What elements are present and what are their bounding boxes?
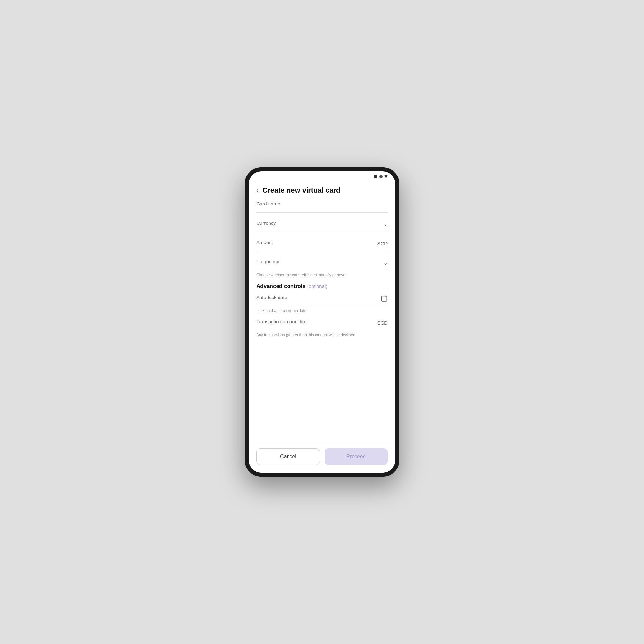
- amount-row[interactable]: Amount SGD: [256, 240, 388, 251]
- frequency-hint: Choose whether the card refreshes monthl…: [256, 272, 388, 278]
- currency-row[interactable]: Currency ⌄: [256, 220, 388, 232]
- currency-label: Currency: [256, 220, 276, 226]
- advanced-controls-optional: (optional): [307, 283, 327, 289]
- frequency-chevron-icon: ⌄: [384, 260, 388, 266]
- auto-lock-field: Auto-lock date Lock card after a certain…: [256, 295, 388, 314]
- header: ‹ Create new virtual card: [249, 181, 395, 201]
- auto-lock-label: Auto-lock date: [256, 295, 287, 300]
- advanced-controls-section: Advanced controls (optional): [256, 283, 388, 289]
- currency-field: Currency ⌄: [256, 220, 388, 232]
- bottom-buttons: Cancel Proceed: [249, 443, 395, 473]
- status-bar: [249, 171, 395, 181]
- card-name-label: Card name: [256, 201, 280, 206]
- frequency-field: Frequency ⌄ Choose whether the card refr…: [256, 259, 388, 278]
- status-square-icon: [374, 175, 377, 178]
- transaction-limit-hint: Any transactions greater than this amoun…: [256, 332, 388, 338]
- advanced-controls-main-title: Advanced controls: [256, 283, 306, 289]
- svg-rect-0: [382, 296, 387, 302]
- frequency-label: Frequency: [256, 259, 279, 264]
- status-signal-icon: [384, 175, 388, 178]
- auto-lock-row[interactable]: Auto-lock date: [256, 295, 388, 306]
- proceed-button[interactable]: Proceed: [325, 448, 388, 465]
- form-scroll: Card name Currency ⌄ Amount SGD: [249, 201, 395, 443]
- phone-screen: ‹ Create new virtual card Card name Curr…: [249, 171, 395, 473]
- status-circle-icon: [379, 175, 383, 178]
- currency-chevron-icon: ⌄: [384, 221, 388, 227]
- amount-currency: SGD: [377, 241, 388, 246]
- screen-content: ‹ Create new virtual card Card name Curr…: [249, 181, 395, 473]
- amount-field: Amount SGD: [256, 240, 388, 251]
- card-name-row[interactable]: Card name: [256, 201, 388, 213]
- frequency-row[interactable]: Frequency ⌄: [256, 259, 388, 270]
- transaction-limit-row[interactable]: Transaction amount limit SGD: [256, 319, 388, 330]
- back-button[interactable]: ‹: [256, 186, 259, 194]
- cancel-button[interactable]: Cancel: [256, 448, 320, 465]
- amount-label: Amount: [256, 240, 273, 245]
- transaction-limit-label: Transaction amount limit: [256, 319, 309, 324]
- calendar-icon: [381, 295, 388, 302]
- phone-shell: ‹ Create new virtual card Card name Curr…: [245, 167, 399, 477]
- page-title: Create new virtual card: [262, 186, 340, 194]
- transaction-limit-currency: SGD: [377, 320, 388, 326]
- card-name-field: Card name: [256, 201, 388, 213]
- transaction-limit-field: Transaction amount limit SGD Any transac…: [256, 319, 388, 338]
- auto-lock-hint: Lock card after a certain date: [256, 308, 388, 314]
- advanced-controls-title: Advanced controls (optional): [256, 283, 388, 289]
